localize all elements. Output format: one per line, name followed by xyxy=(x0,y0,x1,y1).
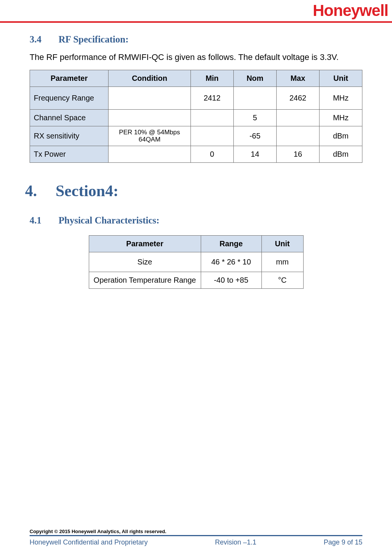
table-header-row: Parameter Condition Min Nom Max Unit xyxy=(30,70,362,87)
cell-cond xyxy=(109,87,191,109)
footer-row: Honeywell Confidential and Proprietary R… xyxy=(30,538,362,546)
cell-param: Frequency Range xyxy=(30,87,109,109)
copyright-text: Copyright © 2015 Honeywell Analytics, Al… xyxy=(30,529,362,536)
cell-unit: dBm xyxy=(319,146,362,162)
col-parameter: Parameter xyxy=(30,70,109,87)
cell-cond xyxy=(109,109,191,126)
cell-param: Operation Temperature Range xyxy=(89,272,201,288)
col-condition: Condition xyxy=(109,70,191,87)
col-nom: Nom xyxy=(233,70,276,87)
heading-number: 4. xyxy=(25,182,52,200)
cell-range: -40 to +85 xyxy=(201,272,261,288)
heading-number: 3.4 xyxy=(30,34,56,45)
section-4-1-heading: 4.1 Physical Characteristics: xyxy=(30,215,362,226)
page-content: 3.4 RF Specification: The RF performance… xyxy=(0,23,392,289)
cell-max: 16 xyxy=(276,146,319,162)
cell-min: 2412 xyxy=(190,87,233,109)
cell-unit: MHz xyxy=(319,87,362,109)
cell-max xyxy=(276,126,319,146)
cell-min xyxy=(190,126,233,146)
page-header: Honeywell xyxy=(0,0,392,23)
cell-param: RX sensitivity xyxy=(30,126,109,146)
cell-unit: °C xyxy=(261,272,303,288)
heading-title: Physical Characteristics: xyxy=(58,215,159,225)
col-unit: Unit xyxy=(261,235,303,252)
col-parameter: Parameter xyxy=(89,235,201,252)
col-min: Min xyxy=(190,70,233,87)
rf-spec-table: Parameter Condition Min Nom Max Unit Fre… xyxy=(30,70,362,163)
cell-unit: mm xyxy=(261,252,303,272)
cell-param: Tx Power xyxy=(30,146,109,162)
cell-param: Size xyxy=(89,252,201,272)
section-4-heading: 4. Section4: xyxy=(25,182,362,200)
table-row: Channel Space 5 MHz xyxy=(30,109,362,126)
table-row: Tx Power 0 14 16 dBm xyxy=(30,146,362,162)
cell-max xyxy=(276,109,319,126)
physical-char-table: Parameter Range Unit Size 46 * 26 * 10 m… xyxy=(89,235,304,289)
cell-unit: dBm xyxy=(319,126,362,146)
footer-center: Revision –1.1 xyxy=(215,538,257,546)
cell-nom: -65 xyxy=(233,126,276,146)
cell-cond: PER 10% @ 54Mbps 64QAM xyxy=(109,126,191,146)
footer-left: Honeywell Confidential and Proprietary xyxy=(30,538,148,546)
section-3-4-intro: The RF performance of RMWIFI-QC is given… xyxy=(30,52,362,63)
page-footer: Copyright © 2015 Honeywell Analytics, Al… xyxy=(0,529,392,546)
cell-unit: MHz xyxy=(319,109,362,126)
cell-nom: 5 xyxy=(233,109,276,126)
table-row: Frequency Range 2412 2462 MHz xyxy=(30,87,362,109)
cell-min: 0 xyxy=(190,146,233,162)
heading-title: RF Specification: xyxy=(58,34,128,44)
table-header-row: Parameter Range Unit xyxy=(89,235,303,252)
heading-number: 4.1 xyxy=(30,215,56,226)
col-max: Max xyxy=(276,70,319,87)
footer-right: Page 9 of 15 xyxy=(324,538,362,546)
table-row: Size 46 * 26 * 10 mm xyxy=(89,252,303,272)
section-3-4-heading: 3.4 RF Specification: xyxy=(30,34,362,45)
cell-max: 2462 xyxy=(276,87,319,109)
table-row: RX sensitivity PER 10% @ 54Mbps 64QAM -6… xyxy=(30,126,362,146)
cell-nom: 14 xyxy=(233,146,276,162)
cell-min xyxy=(190,109,233,126)
cell-range: 46 * 26 * 10 xyxy=(201,252,261,272)
heading-title: Section4: xyxy=(56,182,119,200)
cell-param: Channel Space xyxy=(30,109,109,126)
col-range: Range xyxy=(201,235,261,252)
col-unit: Unit xyxy=(319,70,362,87)
cell-cond xyxy=(109,146,191,162)
table-row: Operation Temperature Range -40 to +85 °… xyxy=(89,272,303,288)
brand-logo: Honeywell xyxy=(313,2,388,20)
cell-nom xyxy=(233,87,276,109)
